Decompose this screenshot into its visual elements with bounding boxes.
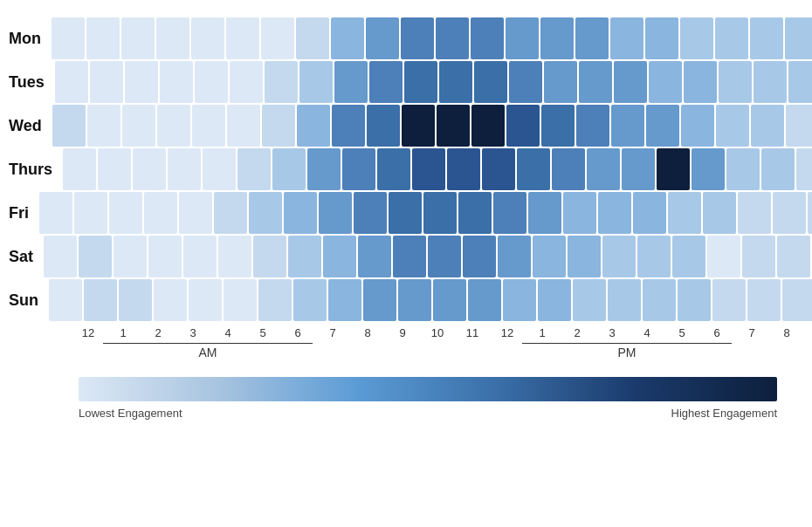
x-label-4: 4: [211, 326, 244, 339]
cell-sat-5: [218, 236, 251, 277]
cell-sat-21: [777, 236, 810, 277]
x-label-18: 6: [700, 326, 733, 339]
cell-mon-7: [296, 17, 329, 59]
am-pm-container: AM PM: [70, 341, 786, 359]
cell-fri-8: [319, 192, 352, 234]
cell-tues-9: [369, 61, 403, 103]
cell-wed-6: [262, 105, 295, 147]
cell-sat-17: [637, 236, 671, 277]
cell-sun-19: [712, 279, 746, 321]
cell-mon-18: [680, 17, 713, 59]
cell-sat-13: [498, 236, 531, 277]
cell-thurs-7: [307, 148, 341, 190]
cell-mon-15: [575, 17, 609, 59]
cell-fri-17: [633, 192, 666, 234]
cell-wed-9: [367, 105, 400, 147]
cell-wed-7: [297, 105, 330, 147]
cell-fri-21: [773, 192, 806, 234]
pm-section-spacer: [313, 341, 522, 359]
cell-fri-11: [423, 192, 457, 234]
heatmap-row-fri: Fri: [70, 192, 786, 234]
cell-sun-4: [189, 279, 222, 321]
cell-mon-2: [121, 17, 155, 59]
x-label-14: 2: [561, 326, 594, 339]
x-label-1: 1: [107, 326, 140, 339]
cell-tues-0: [55, 61, 88, 103]
cell-fri-16: [598, 192, 631, 234]
cell-fri-22: [808, 192, 812, 234]
cell-sun-14: [538, 279, 571, 321]
cell-tues-1: [90, 61, 123, 103]
x-label-10: 10: [421, 326, 454, 339]
x-label-2: 2: [141, 326, 175, 339]
cell-wed-0: [52, 105, 86, 147]
cell-tues-11: [439, 61, 472, 103]
cell-sun-3: [154, 279, 187, 321]
cell-wed-18: [681, 105, 714, 147]
cell-tues-18: [684, 61, 717, 103]
cell-sat-18: [672, 236, 705, 277]
cell-mon-3: [156, 17, 189, 59]
cell-thurs-3: [168, 148, 201, 190]
cell-tues-20: [754, 61, 787, 103]
cell-sat-2: [114, 236, 147, 277]
cell-sun-15: [573, 279, 606, 321]
legend-bar: [79, 377, 777, 401]
cell-tues-15: [579, 61, 612, 103]
cell-sun-1: [84, 279, 117, 321]
day-label-tues: Tues: [9, 73, 53, 92]
day-label-sat: Sat: [9, 248, 42, 266]
cell-mon-8: [331, 17, 364, 59]
cell-tues-19: [719, 61, 752, 103]
cell-wed-3: [157, 105, 190, 147]
cell-thurs-10: [412, 148, 445, 190]
cell-wed-17: [646, 105, 679, 147]
cell-sat-11: [428, 236, 461, 277]
cell-mon-11: [436, 17, 469, 59]
cell-fri-2: [109, 192, 142, 234]
cell-sat-8: [323, 236, 356, 277]
cell-fri-7: [284, 192, 317, 234]
cell-thurs-6: [272, 148, 306, 190]
cell-fri-6: [249, 192, 282, 234]
cell-fri-13: [493, 192, 526, 234]
cell-fri-12: [458, 192, 492, 234]
cell-mon-0: [52, 17, 85, 59]
am-label: AM: [199, 346, 217, 359]
cell-wed-10: [402, 105, 435, 147]
cell-sat-12: [463, 236, 496, 277]
am-section: AM: [103, 341, 313, 359]
cell-tues-3: [160, 61, 193, 103]
cell-wed-16: [611, 105, 644, 147]
cell-mon-5: [226, 17, 259, 59]
cell-fri-19: [703, 192, 736, 234]
heatmap-row-mon: Mon: [70, 17, 786, 59]
cell-sat-9: [358, 236, 391, 277]
x-label-21: 9: [805, 326, 812, 339]
cell-wed-11: [437, 105, 470, 147]
day-label-thurs: Thurs: [9, 161, 61, 179]
x-label-15: 3: [595, 326, 629, 339]
cell-sat-0: [44, 236, 77, 277]
cell-sat-10: [393, 236, 426, 277]
cell-thurs-0: [63, 148, 96, 190]
heatmap-area: MonTuesWedThursFriSatSun: [70, 17, 786, 321]
cell-sat-15: [568, 236, 601, 277]
cell-thurs-5: [237, 148, 271, 190]
x-label-19: 7: [735, 326, 768, 339]
am-line: [103, 343, 313, 344]
cell-tues-8: [334, 61, 368, 103]
cell-sat-20: [742, 236, 775, 277]
x-label-7: 7: [316, 326, 349, 339]
cell-tues-17: [649, 61, 682, 103]
cell-wed-12: [471, 105, 505, 147]
cell-tues-14: [544, 61, 577, 103]
cell-mon-14: [540, 17, 574, 59]
cell-mon-1: [86, 17, 120, 59]
cell-thurs-18: [692, 148, 725, 190]
cell-sun-12: [468, 279, 501, 321]
cell-fri-10: [389, 192, 422, 234]
cell-wed-5: [227, 105, 260, 147]
cell-mon-13: [506, 17, 539, 59]
cell-fri-4: [179, 192, 212, 234]
